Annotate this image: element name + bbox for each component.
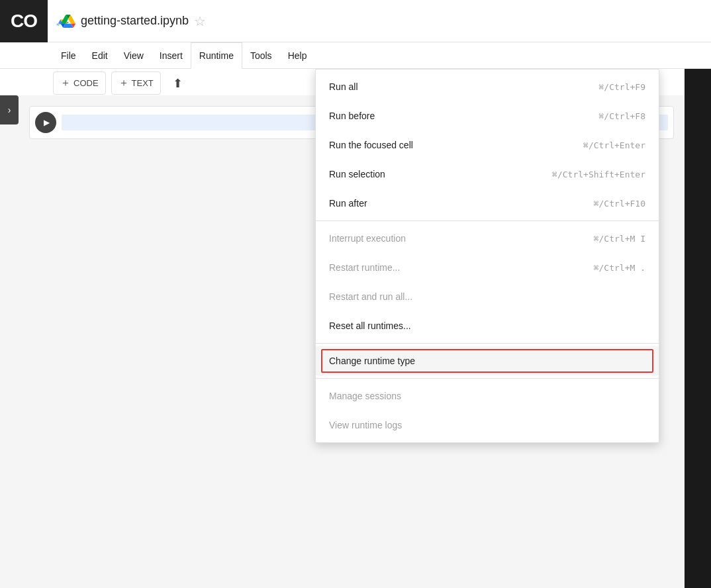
restart-runtime-item: Restart runtime... ⌘/Ctrl+M . <box>316 253 659 282</box>
notebook-title: getting-started.ipynb <box>81 14 189 28</box>
menu-view[interactable]: View <box>116 42 152 69</box>
star-icon[interactable]: ☆ <box>194 13 206 29</box>
logo-text: CO <box>11 11 37 32</box>
run-all-item[interactable]: Run all ⌘/Ctrl+F9 <box>316 72 659 101</box>
run-focused-item[interactable]: Run the focused cell ⌘/Ctrl+Enter <box>316 130 659 160</box>
logo-box: CO <box>0 0 48 42</box>
menu-help[interactable]: Help <box>280 42 315 69</box>
menu-bar: File Edit View Insert Runtime Tools Help <box>0 42 711 69</box>
run-before-item[interactable]: Run before ⌘/Ctrl+F8 <box>316 101 659 130</box>
run-selection-item[interactable]: Run selection ⌘/Ctrl+Shift+Enter <box>316 160 659 189</box>
dropdown-section-control: Interrupt execution ⌘/Ctrl+M I Restart r… <box>316 221 659 344</box>
dropdown-section-sessions: Manage sessions View runtime logs <box>316 379 659 442</box>
reset-all-runtimes-item[interactable]: Reset all runtimes... <box>316 311 659 340</box>
change-runtime-type-item[interactable]: Change runtime type <box>316 346 659 375</box>
dropdown-overlay: Run all ⌘/Ctrl+F9 Run before ⌘/Ctrl+F8 R… <box>0 69 711 588</box>
menu-tools[interactable]: Tools <box>242 42 280 69</box>
top-bar: CO getting-started.ipynb ☆ <box>0 0 711 42</box>
run-after-item[interactable]: Run after ⌘/Ctrl+F10 <box>316 189 659 218</box>
restart-run-all-item: Restart and run all... <box>316 282 659 311</box>
menu-edit[interactable]: Edit <box>84 42 116 69</box>
menu-insert[interactable]: Insert <box>152 42 191 69</box>
menu-file[interactable]: File <box>53 42 84 69</box>
interrupt-execution-item: Interrupt execution ⌘/Ctrl+M I <box>316 224 659 253</box>
runtime-dropdown-menu: Run all ⌘/Ctrl+F9 Run before ⌘/Ctrl+F8 R… <box>315 69 659 443</box>
app-container: CO getting-started.ipynb ☆ File Edit <box>0 0 711 588</box>
dropdown-section-run: Run all ⌘/Ctrl+F9 Run before ⌘/Ctrl+F8 R… <box>316 70 659 221</box>
manage-sessions-item: Manage sessions <box>316 381 659 411</box>
menu-runtime[interactable]: Runtime <box>191 42 242 69</box>
dropdown-section-change: Change runtime type <box>316 344 659 379</box>
view-runtime-logs-item: View runtime logs <box>316 411 659 440</box>
google-drive-icon-2 <box>61 14 75 28</box>
